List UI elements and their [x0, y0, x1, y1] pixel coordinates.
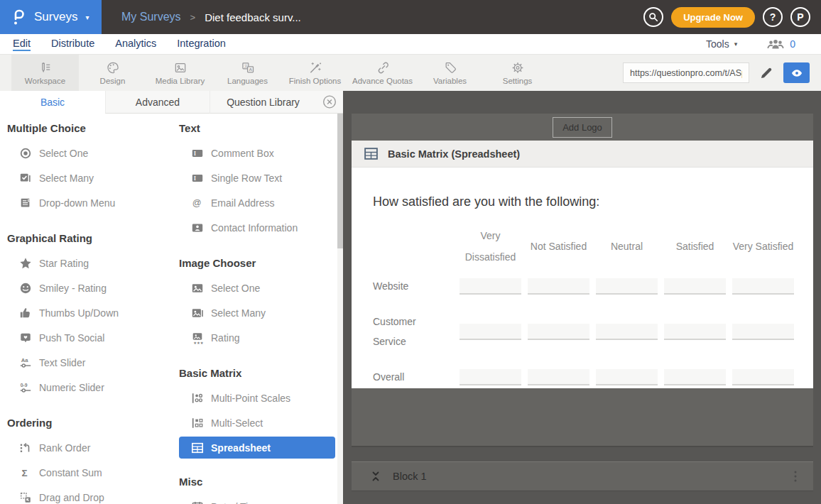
question-type-select-one[interactable]: Select One [179, 275, 336, 300]
question-type-constant-sum[interactable]: ΣConstant Sum [7, 460, 179, 485]
toolbar-item-label: Finish Options [289, 77, 342, 85]
sidebar-tabs: BasicAdvancedQuestion Library [0, 91, 343, 114]
matrix-input-cell[interactable] [596, 324, 658, 340]
question-type-spreadsheet[interactable]: Spreadsheet [179, 437, 335, 459]
question-type-multi-select[interactable]: Multi-Select [179, 410, 336, 435]
scrollbar-thumb[interactable] [337, 114, 343, 248]
question-type-drag-and-drop[interactable]: Drag and Drop [7, 485, 179, 504]
matrix-column-header: Not Satisfied [528, 236, 596, 257]
tools-menu[interactable]: Tools ▾ [706, 38, 737, 50]
matrix-input-cell[interactable] [732, 369, 794, 385]
question-type-date-time[interactable]: Date / Time [179, 494, 336, 504]
matrix-input-cell[interactable] [460, 278, 521, 295]
question-type-rank-order[interactable]: Rank Order [7, 435, 179, 460]
question-type-label: Select Many [211, 307, 266, 319]
sigma-icon: Σ [18, 466, 33, 480]
question-type-comment-box[interactable]: IComment Box [179, 141, 336, 165]
question-card-header[interactable]: Basic Matrix (Spreadsheet) [352, 141, 813, 168]
sidebar-tab-basic[interactable]: Basic [0, 91, 105, 114]
question-type-star-rating[interactable]: Star Rating [7, 251, 179, 275]
toolbar-right [623, 55, 821, 91]
matrix-column-header: Neutral [596, 236, 664, 257]
matrix-input-cell[interactable] [664, 369, 726, 385]
preview-button[interactable] [783, 62, 810, 83]
matrix-input-cell[interactable] [528, 278, 589, 295]
breadcrumb-current[interactable]: Diet feedback surv... [205, 11, 301, 23]
question-type-email-address[interactable]: @Email Address [179, 190, 336, 215]
collaborators-indicator[interactable]: 0 [767, 38, 795, 50]
toolbar-item-media-library[interactable]: Media Library [146, 55, 214, 91]
account-avatar[interactable]: P [790, 7, 810, 27]
question-type-select-one[interactable]: Select One [7, 141, 179, 165]
question-type-thumbs-up-down[interactable]: Thumbs Up/Down [7, 300, 179, 325]
question-type-smiley-rating[interactable]: Smiley - Rating [7, 275, 179, 300]
pencil-icon[interactable] [759, 66, 773, 80]
matrix-input-cell[interactable] [528, 324, 589, 340]
question-type-text-slider[interactable]: AaText Slider [7, 350, 179, 375]
datetime-icon [190, 500, 205, 504]
upgrade-now-button[interactable]: Upgrade Now [671, 7, 755, 28]
matrix-input-cell[interactable] [528, 369, 589, 385]
matrix-input-cell[interactable] [460, 369, 521, 385]
search-button[interactable] [643, 7, 663, 27]
breadcrumb-parent[interactable]: My Surveys [121, 11, 181, 23]
block-bar[interactable]: Block 1 [352, 461, 813, 491]
breadcrumb: My Surveys > Diet feedback surv... [121, 11, 301, 23]
question-type-rating[interactable]: ★★★Rating [179, 325, 336, 350]
matrix-input-cell[interactable] [596, 369, 658, 385]
nav-tab-edit[interactable]: Edit [13, 38, 31, 51]
toolbar-item-variables[interactable]: Variables [416, 55, 484, 91]
matrix-column-header: Very Satisfied [732, 236, 800, 257]
question-type-select-many[interactable]: Select Many [179, 300, 336, 325]
question-type-numeric-slider[interactable]: 0-9Numeric Slider [7, 375, 179, 400]
matrix-input-cell[interactable] [664, 324, 726, 340]
question-card-body: How satisfied are you with the following… [352, 168, 813, 402]
question-type-select-many[interactable]: Select Many [7, 165, 179, 190]
question-type-multi-point-scales[interactable]: Multi-Point Scales [179, 385, 336, 410]
nav-tab-integration[interactable]: Integration [177, 38, 226, 51]
toolbar-item-workspace[interactable]: Workspace [11, 55, 79, 91]
matrix-column-header: Very Dissatisfied [460, 225, 528, 268]
kebab-menu-icon[interactable] [790, 470, 800, 483]
question-type-label: Date / Time [211, 501, 262, 504]
toolbar-item-design[interactable]: Design [79, 55, 146, 91]
question-type-single-row-text[interactable]: ISingle Row Text [179, 165, 336, 190]
svg-text:I: I [194, 175, 196, 181]
help-button[interactable]: ? [763, 7, 783, 27]
nav-tab-distribute[interactable]: Distribute [51, 38, 94, 51]
image-multi-icon [190, 306, 205, 320]
toolbar-item-settings[interactable]: Settings [484, 55, 551, 91]
numeric-slider-icon: 0-9 [18, 380, 33, 395]
section-basic-matrix: Basic MatrixMulti-Point ScalesMulti-Sele… [179, 367, 336, 459]
matrix-input-cell[interactable] [664, 278, 726, 295]
at-icon: @ [190, 196, 205, 210]
toolbar-item-advance-quotas[interactable]: Advance Quotas [349, 55, 416, 91]
add-logo-button[interactable]: Add Logo [553, 117, 612, 138]
svg-text:Aa: Aa [21, 357, 29, 363]
matrix-input-cell[interactable] [732, 278, 794, 295]
question-type-drop-down-menu[interactable]: Drop-down Menu [7, 190, 179, 215]
question-type-label: Rank Order [39, 442, 90, 454]
toolbar-item-finish-options[interactable]: Finish Options [281, 55, 349, 91]
sidebar-tab-question-library[interactable]: Question Library [210, 91, 316, 114]
question-text[interactable]: How satisfied are you with the following… [373, 195, 792, 209]
block-name[interactable]: Block 1 [393, 471, 427, 482]
matrix-input-cell[interactable] [596, 278, 658, 295]
question-type-label: Select One [39, 148, 88, 159]
toolbar-item-label: Workspace [25, 77, 65, 85]
question-type-contact-information[interactable]: Contact Information [179, 215, 336, 240]
toolbar-item-languages[interactable]: 文ALanguages [214, 55, 281, 91]
survey-url-input[interactable] [623, 62, 749, 83]
sidebar-scrollbar[interactable] [337, 114, 343, 504]
logo-strip: Add Logo [352, 114, 813, 141]
matrix-input-cell[interactable] [460, 324, 521, 340]
nav-tab-analytics[interactable]: Analytics [115, 38, 156, 51]
svg-text:@: @ [192, 198, 202, 208]
palette-icon [106, 60, 120, 75]
matrix-input-cell[interactable] [732, 324, 794, 340]
close-sidebar-button[interactable] [316, 91, 343, 114]
collapse-icon[interactable] [370, 471, 381, 482]
surveys-product-menu[interactable]: Surveys ▾ [0, 0, 102, 34]
question-type-push-to-social[interactable]: Push To Social [7, 325, 179, 350]
sidebar-tab-advanced[interactable]: Advanced [105, 91, 210, 114]
